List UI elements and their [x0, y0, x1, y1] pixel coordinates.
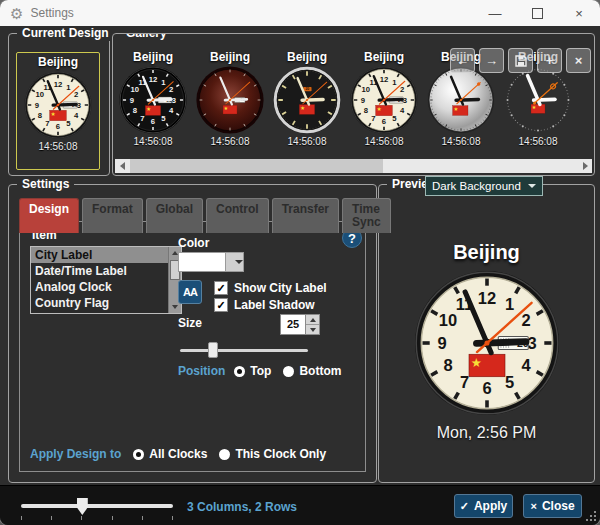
close-button[interactable]: × Close — [523, 494, 582, 518]
radio-bottom[interactable]: Bottom — [283, 364, 341, 378]
radio-circle[interactable] — [219, 449, 230, 460]
svg-text:12: 12 — [380, 75, 389, 84]
svg-text:4: 4 — [400, 106, 405, 115]
analog-clock: 12345678910111220★ — [118, 65, 188, 135]
checkbox-box[interactable]: ✓ — [214, 281, 228, 295]
tab-format[interactable]: Format — [82, 198, 143, 233]
tab-design[interactable]: Design — [19, 198, 79, 233]
item-listbox: City LabelDate/Time LabelAnalog ClockCou… — [30, 246, 182, 314]
clock-city-label: Beijing — [364, 50, 404, 65]
size-value[interactable]: 25 — [281, 315, 305, 334]
maximize-button[interactable] — [516, 0, 558, 26]
current-design-card[interactable]: Beijing 12345678910111220★ 14:56:08 — [16, 52, 100, 170]
size-slider-thumb[interactable] — [208, 342, 218, 358]
gallery-clock-3[interactable]: Beijing20★14:56:08 — [271, 50, 343, 147]
checkbox-label-shadow[interactable]: ✓Label Shadow — [214, 297, 327, 313]
gallery-toolbar: ← → + × — [450, 48, 591, 73]
radio-circle[interactable] — [234, 366, 245, 377]
svg-text:20: 20 — [305, 87, 309, 91]
clock-digital-time: 14:56:08 — [134, 136, 173, 147]
tab-time-sync[interactable]: Time Sync — [342, 198, 391, 233]
gallery-group: Gallery Beijing12345678910111220★14:56:0… — [112, 33, 595, 176]
grid-slider-track[interactable] — [21, 504, 173, 508]
check-icon: ✓ — [460, 500, 469, 513]
list-item-border[interactable]: Border — [31, 311, 168, 313]
spin-down-button[interactable] — [306, 325, 319, 334]
clock-digital-time: 14:56:08 — [288, 136, 327, 147]
settings-window: ⚙ Settings — × Current Design Beijing 12… — [0, 0, 600, 525]
gallery-delete-button[interactable]: × — [566, 48, 591, 73]
apply-button-label: Apply — [474, 499, 507, 513]
svg-text:★: ★ — [376, 106, 381, 112]
gallery-next-button[interactable]: → — [479, 48, 504, 73]
triangle-down-icon — [310, 328, 316, 332]
radio-this-clock-only[interactable]: This Clock Only — [219, 447, 326, 461]
window-title: Settings — [30, 6, 73, 20]
gallery-add-button[interactable]: + — [537, 48, 562, 73]
tab-global[interactable]: Global — [146, 198, 203, 233]
preview-background-value: Dark Background — [432, 180, 521, 192]
scroll-right-arrow[interactable] — [578, 159, 592, 173]
apply-button[interactable]: ✓ Apply — [454, 494, 513, 518]
svg-text:3: 3 — [172, 96, 176, 105]
gallery-clock-1[interactable]: Beijing12345678910111220★14:56:08 — [117, 50, 189, 147]
size-spin-buttons — [305, 315, 319, 334]
svg-text:★: ★ — [300, 105, 305, 111]
chevron-down-icon — [235, 260, 243, 264]
spin-up-button[interactable] — [306, 315, 319, 325]
apply-design-row: Apply Design to All ClocksThis Clock Onl… — [30, 447, 326, 461]
grid-slider-thumb[interactable] — [77, 498, 88, 515]
close-window-button[interactable]: × — [558, 0, 600, 26]
tab-control[interactable]: Control — [206, 198, 269, 233]
chevron-down-icon — [528, 184, 536, 188]
minimize-button[interactable]: — — [474, 0, 516, 26]
radio-all-clocks[interactable]: All Clocks — [133, 447, 207, 461]
list-item-city-label[interactable]: City Label — [31, 247, 168, 263]
svg-text:7: 7 — [459, 373, 468, 391]
size-slider[interactable] — [180, 342, 308, 358]
list-item-country-flag[interactable]: Country Flag — [31, 295, 168, 311]
position-row: Position TopBottom — [178, 364, 341, 378]
checkbox-box[interactable]: ✓ — [214, 298, 228, 312]
svg-text:9: 9 — [437, 334, 446, 352]
gallery-prev-button[interactable]: ← — [450, 48, 475, 73]
current-analog-clock: 12345678910111220★ — [23, 70, 93, 140]
gallery-save-button[interactable] — [508, 48, 533, 73]
list-item-analog-clock[interactable]: Analog Clock — [31, 279, 168, 295]
svg-text:12: 12 — [477, 289, 495, 307]
list-item-date-time-label[interactable]: Date/Time Label — [31, 263, 168, 279]
checkbox-show-city-label[interactable]: ✓Show City Label — [214, 280, 327, 296]
svg-text:★: ★ — [224, 106, 228, 111]
apply-design-label: Apply Design to — [30, 447, 121, 461]
gallery-scrollbar[interactable] — [115, 159, 592, 173]
scroll-left-arrow[interactable] — [115, 159, 129, 173]
size-slider-track[interactable] — [180, 349, 308, 352]
preview-background-select[interactable]: Dark Background — [425, 176, 543, 196]
svg-text:★: ★ — [532, 104, 537, 110]
grid-size-slider[interactable] — [21, 497, 173, 517]
clock-digital-time: 14:56:08 — [365, 136, 404, 147]
checkbox-label: Show City Label — [234, 281, 327, 295]
radio-circle[interactable] — [283, 366, 294, 377]
color-dropdown-arrow[interactable] — [225, 253, 243, 271]
gallery-clock-4[interactable]: Beijing12345678910111220★14:56:08 — [348, 50, 420, 147]
color-dropdown[interactable] — [178, 252, 244, 272]
close-icon: × — [575, 6, 583, 21]
svg-text:1: 1 — [161, 78, 166, 87]
font-button[interactable]: AA — [178, 280, 202, 304]
radio-top[interactable]: Top — [234, 364, 271, 378]
triangle-right-icon — [583, 162, 588, 170]
radio-circle[interactable] — [133, 449, 144, 460]
settings-group: Settings DesignFormatGlobalControlTransf… — [8, 184, 377, 483]
gallery-scrollbar-thumb[interactable] — [130, 159, 383, 173]
svg-text:8: 8 — [364, 106, 369, 115]
color-swatch — [179, 253, 225, 271]
svg-text:12: 12 — [54, 80, 63, 89]
svg-text:10: 10 — [362, 85, 371, 94]
gallery-clock-2[interactable]: Beijing20★14:56:08 — [194, 50, 266, 147]
grid-size-text: 3 Columns, 2 Rows — [187, 500, 297, 514]
svg-text:6: 6 — [482, 379, 491, 397]
resize-grip[interactable] — [586, 511, 597, 522]
tab-transfer[interactable]: Transfer — [272, 198, 339, 233]
clock-digital-time: 14:56:08 — [39, 141, 78, 152]
